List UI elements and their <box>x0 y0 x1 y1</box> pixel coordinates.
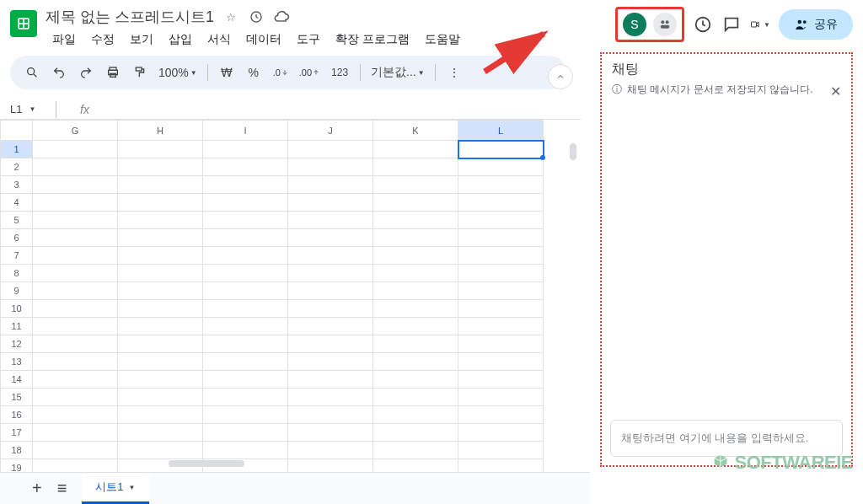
paint-format-button[interactable] <box>128 61 152 84</box>
cell[interactable] <box>288 406 373 424</box>
cell[interactable] <box>118 265 203 282</box>
cell[interactable] <box>373 335 458 353</box>
cell[interactable] <box>458 158 544 176</box>
cell[interactable] <box>458 141 544 158</box>
cell[interactable] <box>203 318 288 335</box>
more-formats-button[interactable]: 123 <box>326 61 353 84</box>
menu-format[interactable]: 서식 <box>201 29 238 51</box>
collaborator-avatar[interactable]: S <box>623 13 646 36</box>
cell[interactable] <box>203 212 288 229</box>
row-header[interactable]: 9 <box>1 282 33 300</box>
cell[interactable] <box>458 318 544 335</box>
cell[interactable] <box>373 282 458 300</box>
vertical-scrollbar[interactable] <box>570 143 580 160</box>
row-header[interactable]: 4 <box>1 194 33 212</box>
spreadsheet-grid[interactable]: GHIJKL12345678910111213141516171819 <box>0 120 582 477</box>
row-header[interactable]: 11 <box>1 318 33 335</box>
row-header[interactable]: 5 <box>1 212 33 229</box>
cell[interactable] <box>33 212 118 229</box>
cell[interactable] <box>203 424 288 442</box>
cell[interactable] <box>288 389 373 406</box>
name-box[interactable]: L1▼ <box>10 103 52 115</box>
close-icon[interactable]: ✕ <box>830 82 841 102</box>
cell[interactable] <box>203 335 288 353</box>
cell[interactable] <box>288 212 373 229</box>
all-sheets-button[interactable]: ≡ <box>57 479 67 498</box>
menu-help[interactable]: 도움말 <box>418 29 467 51</box>
column-header[interactable]: I <box>203 121 288 141</box>
cell[interactable] <box>33 194 118 212</box>
cell[interactable] <box>458 282 544 300</box>
menu-insert[interactable]: 삽입 <box>162 29 199 51</box>
move-icon[interactable] <box>248 8 265 25</box>
cell[interactable] <box>203 229 288 247</box>
cell[interactable] <box>373 318 458 335</box>
cell[interactable] <box>203 406 288 424</box>
cell[interactable] <box>118 406 203 424</box>
cell[interactable] <box>373 194 458 212</box>
cell[interactable] <box>203 176 288 194</box>
menu-view[interactable]: 보기 <box>123 29 160 51</box>
cell[interactable] <box>458 406 544 424</box>
cell[interactable] <box>373 371 458 389</box>
cell[interactable] <box>373 353 458 371</box>
percent-button[interactable]: % <box>242 61 265 84</box>
currency-button[interactable]: ₩ <box>215 61 239 84</box>
cell[interactable] <box>33 282 118 300</box>
font-dropdown[interactable]: 기본값...▼ <box>367 61 428 84</box>
column-header[interactable]: H <box>118 121 203 141</box>
cell[interactable] <box>458 247 544 265</box>
search-icon[interactable] <box>20 61 44 84</box>
cell[interactable] <box>203 265 288 282</box>
fx-label[interactable]: fx <box>80 103 89 116</box>
cloud-icon[interactable] <box>273 8 290 25</box>
cell[interactable] <box>373 141 458 158</box>
row-header[interactable]: 12 <box>1 335 33 353</box>
row-header[interactable]: 14 <box>1 371 33 389</box>
column-header[interactable]: G <box>33 121 118 141</box>
cell[interactable] <box>203 442 288 459</box>
cell[interactable] <box>118 335 203 353</box>
cell[interactable] <box>373 300 458 318</box>
row-header[interactable]: 6 <box>1 229 33 247</box>
cell[interactable] <box>458 389 544 406</box>
menu-extensions[interactable]: 확장 프로그램 <box>329 29 416 51</box>
menu-file[interactable]: 파일 <box>46 29 83 51</box>
row-header[interactable]: 17 <box>1 424 33 442</box>
cell[interactable] <box>33 353 118 371</box>
column-header[interactable]: K <box>373 121 458 141</box>
cell[interactable] <box>288 247 373 265</box>
sheet-tab[interactable]: 시트1▼ <box>82 473 148 504</box>
cell[interactable] <box>373 265 458 282</box>
cell[interactable] <box>458 194 544 212</box>
column-header[interactable]: J <box>288 121 373 141</box>
cell[interactable] <box>373 212 458 229</box>
document-title[interactable]: 제목 없는 스프레드시트1 <box>46 7 214 27</box>
cell[interactable] <box>458 335 544 353</box>
cell[interactable] <box>288 442 373 459</box>
redo-button[interactable] <box>74 61 98 84</box>
row-header[interactable]: 1 <box>1 141 33 158</box>
row-header[interactable]: 15 <box>1 389 33 406</box>
cell[interactable] <box>33 406 118 424</box>
cell[interactable] <box>118 141 203 158</box>
cell[interactable] <box>373 158 458 176</box>
cell[interactable] <box>373 406 458 424</box>
cell[interactable] <box>118 176 203 194</box>
cell[interactable] <box>373 229 458 247</box>
cell[interactable] <box>203 282 288 300</box>
sheets-logo[interactable] <box>10 10 37 37</box>
cell[interactable] <box>33 229 118 247</box>
cell[interactable] <box>203 300 288 318</box>
cell[interactable] <box>203 194 288 212</box>
cell[interactable] <box>288 335 373 353</box>
cell[interactable] <box>118 229 203 247</box>
cell[interactable] <box>203 371 288 389</box>
cell[interactable] <box>288 300 373 318</box>
cell[interactable] <box>288 371 373 389</box>
cell[interactable] <box>373 442 458 459</box>
row-header[interactable]: 18 <box>1 442 33 459</box>
cell[interactable] <box>33 141 118 158</box>
cell[interactable] <box>458 353 544 371</box>
cell[interactable] <box>458 371 544 389</box>
